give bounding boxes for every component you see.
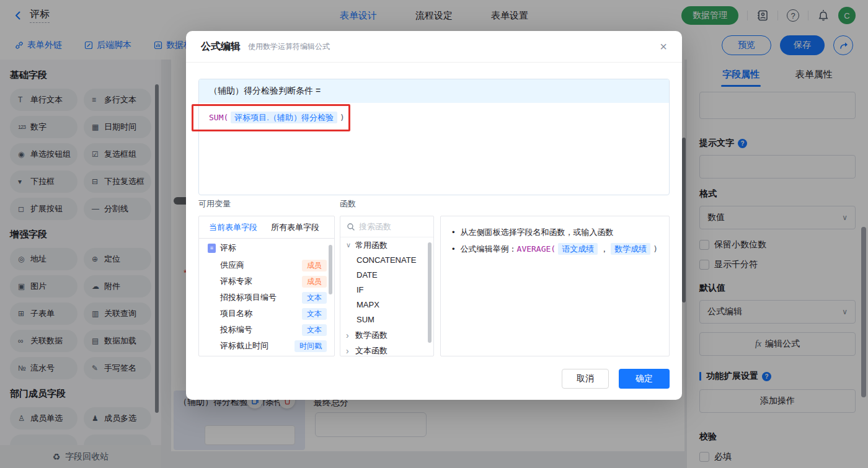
- modal-title: 公式编辑: [201, 40, 241, 53]
- form-doc-icon: ≡: [208, 244, 216, 253]
- variables-label: 可用变量: [198, 198, 231, 210]
- type-badge: 文本: [302, 308, 327, 320]
- modal-subtitle: 使用数学运算符编辑公式: [248, 42, 330, 52]
- cancel-button[interactable]: 取消: [562, 369, 609, 389]
- search-icon: [347, 223, 355, 231]
- type-badge: 文本: [302, 324, 327, 336]
- variable-item[interactable]: 供应商成员: [199, 257, 334, 273]
- caret-right-icon: [346, 346, 352, 356]
- function-item[interactable]: IF: [340, 283, 433, 298]
- close-icon[interactable]: ×: [660, 40, 667, 53]
- function-group-text[interactable]: 文本函数: [340, 343, 433, 356]
- formula-edit-modal: 公式编辑 使用数学运算符编辑公式 × （辅助）得分检验判断条件 = SUM(评标…: [186, 31, 682, 400]
- function-search[interactable]: [340, 216, 433, 237]
- caret-down-icon: [346, 241, 352, 249]
- function-group-math[interactable]: 数学函数: [340, 327, 433, 343]
- function-item[interactable]: MAPX: [340, 298, 433, 312]
- type-badge: 成员: [302, 260, 327, 272]
- example-field-chip: 语文成绩: [558, 243, 598, 255]
- variable-tree-root[interactable]: ≡ 评标: [199, 239, 334, 257]
- tip-line: 从左侧面板选择字段名和函数，或输入函数: [452, 224, 658, 241]
- variable-item[interactable]: 评标专家成员: [199, 273, 334, 289]
- tab-current-form-fields[interactable]: 当前表单字段: [209, 222, 257, 233]
- app-screen: 评标 表单设计 流程设定 表单设置 数据管理 ? C: [0, 0, 868, 468]
- tab-all-form-fields[interactable]: 所有表单字段: [271, 222, 319, 233]
- function-group-common[interactable]: 常用函数: [340, 237, 433, 253]
- functions-scrollbar[interactable]: [428, 242, 432, 343]
- functions-label: 函数: [340, 198, 356, 210]
- variable-item[interactable]: 项目名称文本: [199, 306, 334, 322]
- variables-scrollbar[interactable]: [329, 245, 332, 294]
- formula-target: （辅助）得分检验判断条件 =: [199, 79, 669, 103]
- formula-close-paren: ): [340, 113, 345, 122]
- caret-right-icon: [346, 330, 352, 340]
- variable-item[interactable]: 招投标项目编号文本: [199, 289, 334, 306]
- variable-item[interactable]: 投标编号文本: [199, 322, 334, 338]
- variable-item[interactable]: 评标截止时间时间戳: [199, 338, 334, 354]
- confirm-button[interactable]: 确定: [619, 369, 670, 389]
- function-item[interactable]: DATE: [340, 268, 433, 283]
- type-badge: 成员: [302, 276, 327, 288]
- example-field-chip: 数学成绩: [611, 243, 650, 255]
- formula-editor[interactable]: （辅助）得分检验判断条件 = SUM(评标项目.（辅助）得分检验): [198, 79, 670, 195]
- type-badge: 时间戳: [294, 340, 327, 352]
- function-item[interactable]: CONCATENATE: [340, 253, 433, 268]
- tip-example-line: 公式编辑举例：AVERAGE(语文成绩，数学成绩): [452, 241, 658, 257]
- function-search-input[interactable]: [359, 222, 423, 231]
- type-badge: 文本: [302, 292, 327, 304]
- function-item[interactable]: SUM: [340, 312, 433, 327]
- variables-panel: 当前表单字段 所有表单字段 ≡ 评标 供应商成员 评标专家成员 招投标项目编号文…: [198, 216, 335, 356]
- tips-panel: 从左侧面板选择字段名和函数，或输入函数 公式编辑举例：AVERAGE(语文成绩，…: [440, 216, 670, 356]
- functions-panel: 常用函数 CONCATENATE DATE IF MAPX SUM 数学函数 文…: [340, 216, 434, 356]
- formula-field-chip[interactable]: 评标项目.（辅助）得分检验: [231, 112, 337, 123]
- formula-function: SUM(: [209, 113, 228, 122]
